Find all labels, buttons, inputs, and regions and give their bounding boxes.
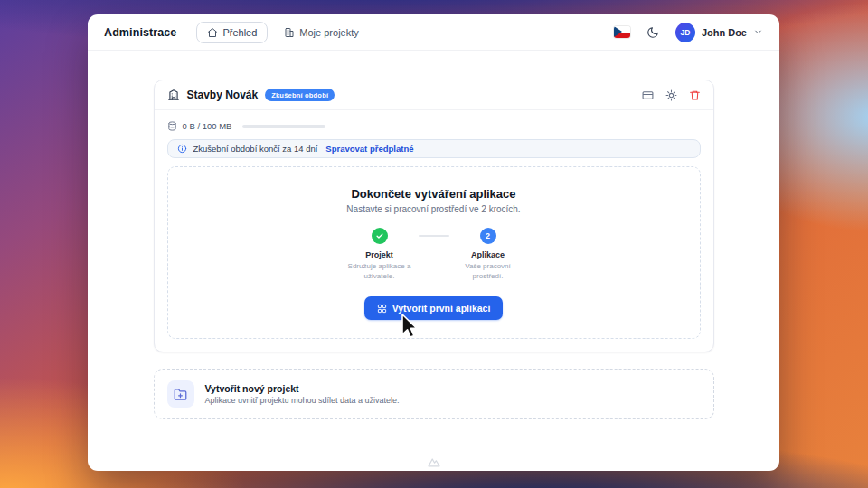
step-number-badge: 2	[480, 228, 496, 244]
storage-progress-bar	[242, 125, 326, 128]
new-project-subtitle: Aplikace uvnitř projektu mohou sdílet da…	[205, 396, 400, 405]
moon-icon	[646, 26, 659, 39]
avatar: JD	[675, 23, 695, 42]
user-name: John Doe	[702, 27, 747, 38]
theme-toggle-button[interactable]	[641, 21, 665, 44]
step-done-check-icon	[372, 228, 388, 244]
storage-usage-text: 0 B / 100 MB	[183, 121, 232, 131]
info-icon	[177, 144, 187, 154]
stepper-connector	[419, 235, 449, 237]
new-project-texts: Vytvořit nový projekt Aplikace uvnitř pr…	[205, 383, 400, 405]
app-window: Administrace Přehled Moje projekty	[88, 14, 779, 471]
storage-usage-row: 0 B / 100 MB	[167, 121, 701, 131]
gear-icon[interactable]	[665, 89, 677, 101]
home-icon	[207, 27, 218, 38]
organization-actions	[642, 89, 701, 101]
step-label: Projekt	[365, 250, 393, 259]
folder-plus-icon	[174, 388, 187, 401]
onboarding-panel: Dokončete vytváření aplikace Nastavte si…	[167, 166, 701, 339]
database-icon	[167, 121, 177, 131]
tab-label: Moje projekty	[299, 27, 358, 38]
buildings-icon	[284, 27, 295, 38]
step-projekt: Projekt Sdružuje aplikace a uživatele.	[341, 228, 419, 281]
organization-card-body: 0 B / 100 MB Zkušební období končí za 14…	[155, 110, 713, 352]
app-grid-icon	[377, 304, 387, 314]
main-content: Stavby Novák Zkušební období	[88, 51, 779, 419]
onboarding-title: Dokončete vytváření aplikace	[183, 187, 685, 201]
step-label: Aplikace	[471, 250, 505, 259]
step-aplikace: 2 Aplikace Vaše pracovní prostředí.	[449, 228, 527, 281]
user-menu[interactable]: JD John Doe	[675, 23, 763, 42]
tab-prehled[interactable]: Přehled	[196, 22, 268, 43]
new-project-title: Vytvořit nový projekt	[205, 383, 400, 394]
window-header: Administrace Přehled Moje projekty	[88, 14, 779, 51]
organization-card: Stavby Novák Zkušební období	[154, 80, 714, 352]
flag-blue-triangle	[614, 26, 622, 37]
building-icon	[167, 89, 180, 101]
organization-name: Stavby Novák	[187, 89, 259, 101]
manage-subscription-link[interactable]: Spravovat předplatné	[326, 144, 413, 154]
app-title: Administrace	[104, 26, 176, 39]
create-first-app-button[interactable]: Vytvořit první aplikaci	[364, 296, 504, 320]
onboarding-stepper: Projekt Sdružuje aplikace a uživatele. 2…	[183, 228, 685, 281]
onboarding-subtitle: Nastavte si pracovní prostředí ve 2 kroc…	[183, 204, 685, 214]
organization-card-header: Stavby Novák Zkušební období	[155, 80, 713, 109]
step-caption: Vaše pracovní prostředí.	[450, 261, 526, 281]
trial-banner: Zkušební období končí za 14 dní Spravova…	[167, 139, 701, 158]
trash-icon[interactable]	[689, 89, 701, 101]
folder-tile	[167, 380, 194, 408]
chevron-down-icon	[753, 27, 763, 37]
billing-card-icon[interactable]	[642, 89, 654, 101]
step-caption: Sdružuje aplikace a uživatele.	[342, 261, 418, 281]
trial-banner-text: Zkušební období končí za 14 dní	[193, 144, 318, 154]
tab-bar: Přehled Moje projekty	[196, 22, 369, 43]
mountain-logo-icon	[427, 456, 440, 467]
trial-badge: Zkušební období	[265, 89, 335, 101]
czech-flag-icon[interactable]	[614, 26, 630, 38]
tab-moje-projekty[interactable]: Moje projekty	[273, 22, 369, 43]
create-first-app-label: Vytvořit první aplikaci	[392, 303, 491, 314]
create-new-project-card[interactable]: Vytvořit nový projekt Aplikace uvnitř pr…	[154, 369, 714, 419]
header-right-controls: JD John Doe	[614, 21, 763, 44]
tab-label: Přehled	[222, 27, 257, 38]
